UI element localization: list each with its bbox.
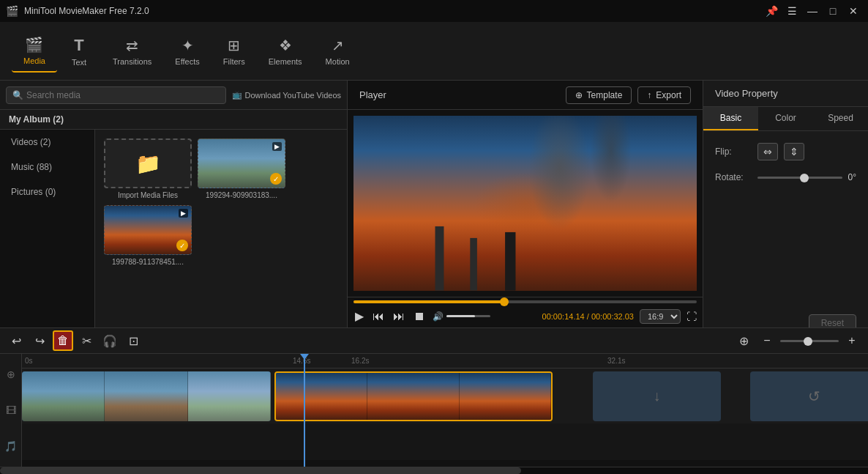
aspect-ratio-select[interactable]: 16:9 4:3 1:1 bbox=[640, 309, 681, 324]
media-thumb-1[interactable]: ▶ ✓ bbox=[198, 138, 285, 188]
media-thumb-2[interactable]: ▶ ✓ bbox=[104, 205, 192, 255]
stop-button[interactable]: ⏹ bbox=[412, 308, 427, 325]
maximize-button[interactable]: □ bbox=[824, 2, 842, 20]
undo-button[interactable]: ↩ bbox=[6, 330, 26, 351]
refresh-icon: ↺ bbox=[808, 388, 820, 405]
media-label-2: 199788-911378451.... bbox=[112, 258, 184, 266]
property-content: Flip: ⇔ ⇕ Rotate: 0° Reset bbox=[703, 131, 868, 327]
export-button[interactable]: ↑ Export bbox=[637, 86, 691, 104]
export-label: Export bbox=[656, 90, 681, 100]
toolbar-item-transitions[interactable]: ⇄ Transitions bbox=[101, 31, 163, 72]
scene-svg bbox=[353, 221, 605, 291]
close-button[interactable]: ✕ bbox=[845, 2, 862, 20]
effects-icon: ✦ bbox=[182, 37, 194, 54]
zoom-in-button[interactable]: + bbox=[842, 330, 862, 351]
toolbar-item-text[interactable]: T Text bbox=[57, 30, 101, 73]
toolbar-label-filters: Filters bbox=[223, 57, 245, 66]
add-media-icon[interactable]: ⊕ bbox=[7, 369, 15, 380]
media-item-1[interactable]: ▶ ✓ 199294-909903183.... bbox=[198, 138, 285, 199]
search-input[interactable] bbox=[26, 90, 220, 100]
track-segment-2[interactable]: ⇄ bbox=[274, 371, 553, 421]
redo-button[interactable]: ↪ bbox=[29, 330, 50, 351]
track-segment-4[interactable]: ↺ bbox=[750, 371, 868, 421]
tab-color[interactable]: Color bbox=[758, 107, 813, 130]
timeline-scrollbar[interactable] bbox=[0, 467, 868, 474]
youtube-icon: 📺 bbox=[232, 90, 242, 100]
player-controls-row: ▶ ⏮ ⏭ ⏹ 🔊 00:00:14.14 / 00:00:32.03 bbox=[353, 308, 697, 325]
download-youtube-button[interactable]: 📺 Download YouTube Videos bbox=[232, 90, 342, 100]
player-controls-bar: ▶ ⏮ ⏭ ⏹ 🔊 00:00:14.14 / 00:00:32.03 bbox=[348, 297, 703, 327]
reset-button[interactable]: Reset bbox=[809, 314, 856, 327]
scrollbar-thumb[interactable] bbox=[0, 467, 521, 474]
content-area: 🔍 📺 Download YouTube Videos My Album (2)… bbox=[0, 81, 868, 327]
flip-vertical-button[interactable]: ⇕ bbox=[784, 143, 804, 160]
time-total: 00:00:32.03 bbox=[591, 312, 634, 321]
right-panel: Video Property Basic Color Speed Flip: ⇔… bbox=[703, 81, 868, 327]
import-thumb[interactable]: 📁 bbox=[104, 138, 192, 188]
sidebar: Videos (2) Music (88) Pictures (0) bbox=[0, 130, 95, 327]
frame-4 bbox=[276, 373, 367, 420]
flip-horizontal-button[interactable]: ⇔ bbox=[757, 143, 778, 160]
volume-fill bbox=[446, 315, 475, 317]
segment-thumbnail-3: ↓ bbox=[593, 371, 721, 421]
audio-detach-button[interactable]: 🎧 bbox=[100, 330, 120, 351]
app-title: MiniTool MovieMaker Free 7.2.0 bbox=[24, 6, 757, 16]
sidebar-item-music[interactable]: Music (88) bbox=[0, 155, 94, 179]
minimize-button[interactable]: — bbox=[804, 2, 821, 20]
play-button[interactable]: ▶ bbox=[353, 308, 365, 325]
video-container bbox=[353, 116, 697, 291]
timeline-playhead[interactable] bbox=[304, 354, 305, 467]
tab-basic[interactable]: Basic bbox=[703, 107, 758, 130]
zoom-slider[interactable] bbox=[780, 340, 839, 342]
toolbar-item-effects[interactable]: ✦ Effects bbox=[163, 31, 211, 72]
frame-2 bbox=[105, 371, 187, 421]
template-button[interactable]: ⊕ Template bbox=[566, 86, 632, 104]
video-track-icon: 🎞 bbox=[6, 404, 16, 416]
volume-slider[interactable] bbox=[446, 315, 490, 317]
left-content: Videos (2) Music (88) Pictures (0) 📁 Imp… bbox=[0, 130, 347, 327]
title-bar: 🎬 MiniTool MovieMaker Free 7.2.0 📌 ☰ — □… bbox=[0, 0, 868, 22]
pin-button[interactable]: 📌 bbox=[763, 2, 780, 20]
rotate-slider[interactable] bbox=[757, 177, 842, 179]
flip-row: Flip: ⇔ ⇕ bbox=[715, 143, 856, 160]
track-segment-3[interactable]: ↓ ⇄ bbox=[593, 371, 721, 421]
flip-label: Flip: bbox=[715, 147, 752, 157]
track-segment-1[interactable]: ⇄ bbox=[22, 371, 271, 421]
volume-control[interactable]: 🔊 bbox=[433, 311, 490, 322]
toolbar-item-elements[interactable]: ❖ Elements bbox=[257, 31, 314, 72]
segment-thumbnail-1 bbox=[22, 371, 271, 421]
crop-button[interactable]: ⊡ bbox=[123, 330, 143, 351]
zoom-thumb bbox=[804, 337, 812, 346]
sidebar-item-pictures[interactable]: Pictures (0) bbox=[0, 179, 94, 204]
media-grid: 📁 Import Media Files ▶ ✓ 199294-90990318… bbox=[95, 130, 347, 327]
check-badge-2: ✓ bbox=[176, 240, 188, 251]
frame-6 bbox=[460, 373, 551, 420]
delete-button[interactable]: 🗑 bbox=[53, 330, 73, 351]
menu-button[interactable]: ☰ bbox=[783, 2, 801, 20]
video-preview bbox=[353, 116, 697, 291]
download-label: Download YouTube Videos bbox=[245, 91, 342, 100]
toolbar-item-filters[interactable]: ⊞ Filters bbox=[212, 31, 257, 72]
tab-speed[interactable]: Speed bbox=[813, 107, 868, 130]
toolbar-item-media[interactable]: 🎬 Media bbox=[12, 30, 57, 73]
reset-row: Reset bbox=[715, 314, 856, 327]
progress-bar[interactable] bbox=[353, 300, 697, 303]
fullscreen-button[interactable]: ⛶ bbox=[686, 311, 697, 322]
segment-thumbnail-4: ↺ bbox=[750, 371, 868, 421]
cut-button[interactable]: ✂ bbox=[76, 330, 97, 351]
video-badge-1: ▶ bbox=[272, 142, 282, 151]
zoom-out-button[interactable]: − bbox=[757, 330, 777, 351]
check-badge-1: ✓ bbox=[270, 173, 282, 185]
text-icon: T bbox=[74, 36, 83, 55]
add-track-button[interactable]: ⊕ bbox=[733, 330, 754, 351]
skip-forward-button[interactable]: ⏭ bbox=[392, 308, 406, 325]
toolbar-item-motion[interactable]: ↗ Motion bbox=[314, 31, 362, 72]
media-item-2[interactable]: ▶ ✓ 199788-911378451.... bbox=[104, 205, 192, 266]
search-box[interactable]: 🔍 bbox=[6, 86, 226, 104]
toolbar-label-effects: Effects bbox=[175, 57, 199, 66]
elements-icon: ❖ bbox=[279, 37, 292, 54]
import-media-item[interactable]: 📁 Import Media Files bbox=[104, 138, 192, 199]
toolbar-label-transitions: Transitions bbox=[113, 57, 151, 66]
skip-back-button[interactable]: ⏮ bbox=[371, 308, 386, 325]
sidebar-item-videos[interactable]: Videos (2) bbox=[0, 130, 94, 155]
